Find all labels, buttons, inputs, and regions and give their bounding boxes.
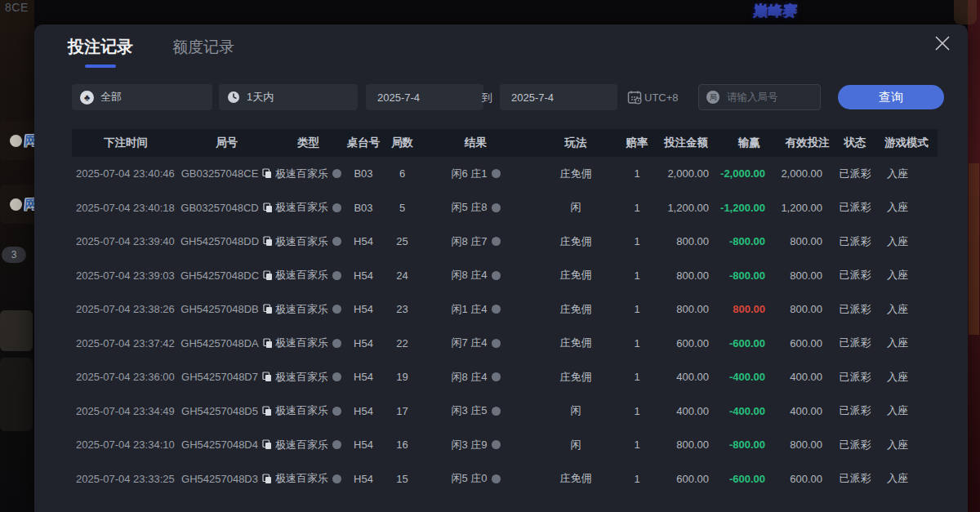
sticker-face-icon — [10, 198, 22, 211]
column-header: 局数 — [384, 136, 421, 150]
copy-icon[interactable] — [263, 203, 273, 213]
result-detail-icon[interactable] — [492, 203, 501, 212]
result-detail-icon[interactable] — [492, 237, 501, 246]
result-value: 闲6 庄1 — [451, 167, 487, 181]
result-detail-icon[interactable] — [492, 474, 501, 483]
play-type: 庄免佣 — [531, 167, 621, 181]
game-info-icon[interactable] — [332, 237, 341, 246]
game-mode: 入座 — [875, 167, 938, 181]
game-info-icon[interactable] — [332, 372, 341, 381]
active-tab-underline — [85, 65, 116, 68]
game-type-dropdown[interactable]: ♣ 全部 — [72, 84, 212, 110]
table-row: 2025-07-04 23:40:46 GB03257048CE 极速百家乐 B… — [72, 157, 938, 191]
time-range-dropdown[interactable]: 1天内 — [219, 84, 358, 110]
timezone-value: UTC+8 — [644, 91, 679, 104]
table-number: H54 — [343, 235, 384, 247]
copy-icon[interactable] — [263, 304, 273, 314]
game-mode: 入座 — [875, 234, 938, 249]
game-info-icon[interactable] — [332, 474, 341, 483]
status-value: 已派彩 — [835, 167, 875, 181]
copy-icon[interactable] — [262, 439, 272, 450]
table-row: 2025-07-04 23:39:03 GH54257048DC 极速百家乐 H… — [72, 259, 938, 293]
bet-time: 2025-07-04 23:40:18 — [72, 202, 180, 214]
result-detail-icon[interactable] — [492, 407, 501, 416]
valid-bet: 2,000.00 — [780, 167, 835, 180]
copy-icon[interactable] — [263, 236, 273, 247]
bet-amount: 800.00 — [653, 235, 719, 247]
status-value: 已派彩 — [835, 302, 875, 317]
result-detail-icon[interactable] — [492, 339, 501, 348]
round-number-icon: 局 — [706, 91, 719, 104]
round-id: GH54257048DD — [180, 235, 259, 247]
copy-icon[interactable] — [263, 338, 273, 349]
column-header: 输赢 — [719, 136, 780, 150]
table-row: 2025-07-04 23:40:18 GB03257048CD 极速百家乐 B… — [72, 191, 938, 225]
copy-icon[interactable] — [262, 168, 272, 179]
round-id: GH54257048DB — [180, 303, 258, 315]
close-icon[interactable] — [933, 34, 951, 52]
column-header: 游戏模式 — [875, 136, 938, 150]
date-to-dropdown[interactable]: 2025-7-4 — [500, 84, 617, 110]
play-type: 庄免佣 — [531, 302, 621, 317]
bet-amount: 600.00 — [653, 337, 719, 349]
result-cell: 闲3 庄9 — [421, 438, 531, 452]
bet-amount: 400.00 — [653, 371, 719, 383]
tab-label: 投注记录 — [68, 38, 133, 56]
play-type: 庄免佣 — [531, 268, 621, 283]
result-value: 闲3 庄9 — [451, 438, 487, 452]
tab-quota-records[interactable]: 额度记录 — [172, 37, 234, 68]
result-detail-icon[interactable] — [492, 169, 501, 178]
date-from-dropdown[interactable]: 2025-7-4 — [366, 84, 483, 110]
result-detail-icon[interactable] — [492, 372, 501, 381]
game-info-icon[interactable] — [332, 271, 341, 280]
column-header: 局号 — [180, 136, 274, 150]
game-type-cell: 极速百家乐 — [274, 234, 343, 249]
round-id: GB03257048CE — [181, 167, 259, 180]
column-header: 下注时间 — [72, 136, 180, 150]
odds-value: 1 — [621, 303, 653, 315]
betting-records-modal: 投注记录 额度记录 ♣ 全部 1天内 2025-7-4 到 — [34, 24, 968, 512]
game-mode: 入座 — [875, 268, 938, 283]
play-type: 闲 — [531, 200, 621, 215]
play-type: 闲 — [531, 403, 621, 418]
round-id-cell: GH54257048D3 — [180, 473, 274, 485]
game-info-icon[interactable] — [332, 305, 341, 314]
result-value: 闲8 庄4 — [451, 370, 487, 385]
odds-value: 1 — [621, 473, 653, 485]
tab-betting-records[interactable]: 投注记录 — [68, 36, 133, 68]
game-type: 极速百家乐 — [275, 268, 328, 283]
game-info-icon[interactable] — [332, 407, 341, 416]
game-info-icon[interactable] — [332, 440, 341, 449]
round-count: 24 — [384, 269, 421, 282]
table-number: H54 — [343, 405, 384, 417]
copy-icon[interactable] — [263, 270, 273, 281]
game-type-cell: 极速百家乐 — [274, 438, 343, 452]
round-id: GB03257048CD — [180, 202, 258, 214]
game-info-icon[interactable] — [332, 169, 341, 178]
odds-value: 1 — [621, 202, 653, 214]
round-id-cell: GB03257048CE — [180, 167, 274, 180]
query-button[interactable]: 查询 — [838, 85, 944, 109]
round-count: 25 — [384, 235, 421, 247]
result-detail-icon[interactable] — [492, 271, 501, 280]
sticker-face-icon — [10, 135, 22, 147]
copy-icon[interactable] — [262, 406, 272, 416]
game-mode: 入座 — [875, 370, 938, 385]
to-label: 到 — [482, 91, 492, 105]
search-input[interactable] — [725, 91, 814, 104]
background-decor — [0, 358, 33, 431]
game-info-icon[interactable] — [332, 339, 341, 348]
result-cell: 闲6 庄1 — [421, 167, 531, 181]
game-info-icon[interactable] — [332, 203, 341, 212]
background-decor — [969, 163, 979, 335]
copy-icon[interactable] — [262, 474, 272, 484]
bet-time: 2025-07-04 23:37:42 — [72, 337, 180, 349]
play-type: 庄免佣 — [531, 336, 621, 350]
odds-value: 1 — [621, 235, 653, 247]
result-detail-icon[interactable] — [492, 305, 501, 314]
column-header: 桌台号 — [343, 136, 384, 150]
table-row: 2025-07-04 23:34:10 GH54257048D4 极速百家乐 H… — [72, 428, 938, 462]
copy-icon[interactable] — [262, 372, 272, 382]
result-detail-icon[interactable] — [492, 440, 501, 449]
bet-amount: 600.00 — [653, 473, 719, 485]
